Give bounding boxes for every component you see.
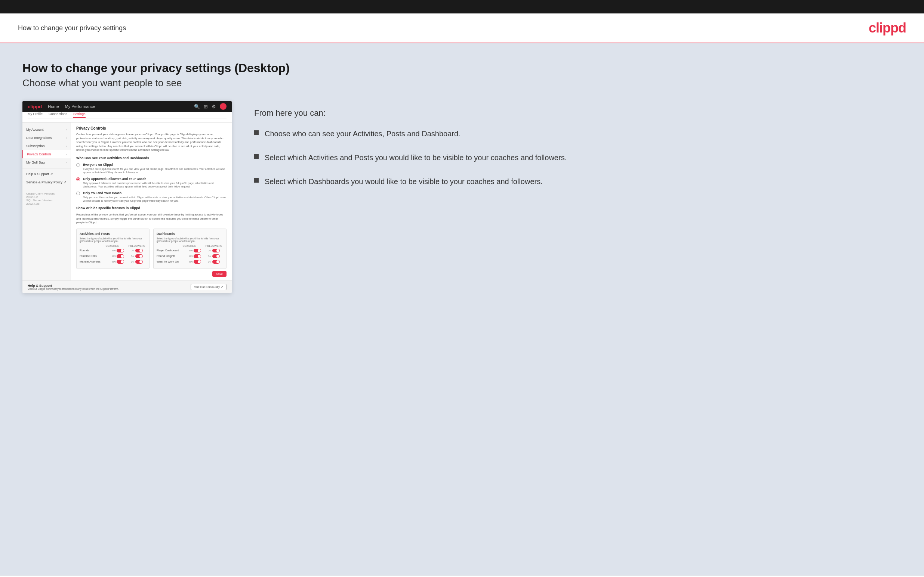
radio-everyone[interactable]: Everyone on Clippd Everyone on Clippd ca… bbox=[76, 163, 226, 174]
header-title: How to change your privacy settings bbox=[18, 24, 126, 32]
followers-col-label: FOLLOWERS bbox=[128, 245, 146, 247]
grid-icon: ⊞ bbox=[204, 104, 208, 110]
toggle-row-rounds: Rounds ON ON bbox=[80, 249, 146, 253]
coaches-col-label: COACHES bbox=[103, 245, 121, 247]
sidebar-footer: Clippd Client Version: 2022.8.2 SQL Serv… bbox=[23, 190, 71, 208]
toggle-row-what-to-work-on: What To Work On ON ON bbox=[157, 260, 223, 264]
what-to-work-coaches-toggle[interactable]: ON bbox=[186, 260, 204, 264]
toggle-row-round-insights: Round Insights ON ON bbox=[157, 254, 223, 258]
tab-settings[interactable]: Settings bbox=[73, 112, 86, 118]
dashboards-section: Dashboards Select the types of activity … bbox=[153, 229, 226, 269]
toggle-row-player-dashboard: Player Dashboard ON ON bbox=[157, 249, 223, 253]
app-nav-home: Home bbox=[48, 104, 59, 109]
sidebar-item-privacy-policy[interactable]: Service & Privacy Policy ↗ bbox=[23, 178, 71, 186]
bullet-square-2 bbox=[254, 154, 258, 159]
bullet-text-3: Select which Dashboards you would like t… bbox=[265, 176, 543, 187]
bullet-item-2: Select which Activities and Posts you wo… bbox=[254, 152, 901, 163]
help-section: Help & Support Visit our Clippd communit… bbox=[23, 280, 232, 293]
player-dashboard-followers-toggle[interactable]: ON bbox=[204, 249, 223, 253]
privacy-controls-desc: Control how you and your data appears to… bbox=[76, 132, 226, 152]
what-to-work-followers-toggle[interactable]: ON bbox=[204, 260, 223, 264]
player-dashboard-coaches-toggle[interactable]: ON bbox=[186, 249, 204, 253]
header: How to change your privacy settings clip… bbox=[0, 13, 924, 44]
tab-my-profile[interactable]: My Profile bbox=[27, 112, 43, 118]
manual-followers-toggle[interactable]: ON bbox=[128, 260, 146, 264]
radio-circle-only-you[interactable] bbox=[76, 192, 80, 195]
dashboards-desc: Select the types of activity that you'd … bbox=[157, 237, 223, 242]
round-insights-followers-toggle[interactable]: ON bbox=[204, 254, 223, 258]
sidebar-item-privacy-controls[interactable]: Privacy Controls › bbox=[23, 150, 71, 158]
radio-circle-everyone[interactable] bbox=[76, 163, 80, 167]
who-can-see-title: Who Can See Your Activities and Dashboar… bbox=[76, 156, 226, 160]
app-body: My Account › Data Integrations › Subscri… bbox=[23, 122, 232, 280]
bullet-item-1: Choose who can see your Activities, Post… bbox=[254, 129, 901, 139]
app-logo-mock: clippd bbox=[27, 104, 42, 110]
radio-only-you[interactable]: Only You and Your Coach Only you and the… bbox=[76, 191, 226, 202]
visit-community-button[interactable]: Visit Our Community ↗ bbox=[191, 284, 226, 290]
sidebar-item-my-account[interactable]: My Account › bbox=[23, 126, 71, 134]
bullet-item-3: Select which Dashboards you would like t… bbox=[254, 176, 901, 187]
right-column: From here you can: Choose who can see yo… bbox=[254, 101, 901, 187]
bullet-text-2: Select which Activities and Posts you wo… bbox=[265, 152, 567, 163]
from-here-label: From here you can: bbox=[254, 108, 901, 118]
app-subnav: My Profile Connections Settings bbox=[27, 112, 226, 118]
manual-coaches-toggle[interactable]: ON bbox=[109, 260, 128, 264]
toggle-row-manual-activities: Manual Activities ON ON bbox=[80, 260, 146, 264]
dashboards-title: Dashboards bbox=[157, 232, 223, 236]
bullet-square-1 bbox=[254, 131, 258, 135]
radio-followers-coach[interactable]: Only Approved Followers and Your Coach O… bbox=[76, 177, 226, 188]
page-heading: How to change your privacy settings (Des… bbox=[23, 61, 901, 75]
content-columns: clippd Home My Performance 🔍 ⊞ ⚙ My Prof… bbox=[23, 101, 901, 293]
toggle-grid: Activities and Posts Select the types of… bbox=[76, 229, 226, 269]
app-nav-performance: My Performance bbox=[65, 104, 95, 109]
save-button[interactable]: Save bbox=[212, 271, 226, 277]
show-hide-desc: Regardless of the privacy controls that … bbox=[76, 213, 226, 225]
app-sidebar: My Account › Data Integrations › Subscri… bbox=[23, 122, 71, 280]
chevron-icon: › bbox=[66, 145, 67, 148]
bullet-text-1: Choose who can see your Activities, Post… bbox=[265, 129, 460, 139]
screenshot-mockup: clippd Home My Performance 🔍 ⊞ ⚙ My Prof… bbox=[23, 101, 232, 293]
rounds-followers-toggle[interactable]: ON bbox=[128, 249, 146, 253]
activities-posts-desc: Select the types of activity that you'd … bbox=[80, 237, 146, 242]
show-hide-title: Show or hide specific features in Clippd bbox=[76, 206, 226, 210]
app-subnav-bar: My Profile Connections Settings bbox=[23, 112, 232, 122]
footer: Copyright Clippd 2022 bbox=[0, 575, 924, 577]
activities-posts-section: Activities and Posts Select the types of… bbox=[76, 229, 150, 269]
settings-icon: ⚙ bbox=[212, 104, 216, 110]
chevron-icon: › bbox=[66, 136, 67, 140]
dashboards-header-row: COACHES FOLLOWERS bbox=[157, 245, 223, 247]
sidebar-item-help-support[interactable]: Help & Support ↗ bbox=[23, 170, 71, 178]
activities-posts-title: Activities and Posts bbox=[80, 232, 146, 236]
toggle-row-practice-drills: Practice Drills ON ON bbox=[80, 254, 146, 258]
chevron-icon: › bbox=[66, 153, 67, 156]
rounds-coaches-toggle[interactable]: ON bbox=[109, 249, 128, 253]
dashboards-coaches-col: COACHES bbox=[180, 245, 199, 247]
app-topbar: clippd Home My Performance 🔍 ⊞ ⚙ bbox=[23, 101, 232, 112]
radio-circle-followers-coach[interactable] bbox=[76, 177, 80, 181]
sidebar-item-data-integrations[interactable]: Data Integrations › bbox=[23, 134, 71, 142]
privacy-controls-title: Privacy Controls bbox=[76, 126, 226, 131]
drills-followers-toggle[interactable]: ON bbox=[128, 254, 146, 258]
avatar bbox=[220, 103, 226, 110]
dashboards-followers-col: FOLLOWERS bbox=[204, 245, 223, 247]
round-insights-coaches-toggle[interactable]: ON bbox=[186, 254, 204, 258]
drills-coaches-toggle[interactable]: ON bbox=[109, 254, 128, 258]
bullet-square-3 bbox=[254, 178, 258, 183]
logo: clippd bbox=[869, 20, 906, 36]
sidebar-item-subscription[interactable]: Subscription › bbox=[23, 142, 71, 150]
chevron-icon: › bbox=[66, 161, 67, 164]
sidebar-divider bbox=[23, 168, 71, 168]
page-subheading: Choose what you want people to see bbox=[23, 77, 901, 89]
bullet-list: Choose who can see your Activities, Post… bbox=[254, 129, 901, 187]
search-icon: 🔍 bbox=[194, 104, 200, 110]
sidebar-divider-2 bbox=[23, 188, 71, 188]
app-main: Privacy Controls Control how you and you… bbox=[71, 122, 232, 280]
main-content: How to change your privacy settings (Des… bbox=[0, 44, 924, 575]
tab-connections[interactable]: Connections bbox=[48, 112, 67, 118]
sidebar-item-my-golf-bag[interactable]: My Golf Bag › bbox=[23, 158, 71, 166]
activities-header-row: COACHES FOLLOWERS bbox=[80, 245, 146, 247]
help-text: Help & Support Visit our Clippd communit… bbox=[27, 284, 119, 290]
chevron-icon: › bbox=[66, 128, 67, 131]
help-desc: Visit our Clippd community to troublesho… bbox=[27, 288, 119, 290]
app-nav-icons: 🔍 ⊞ ⚙ bbox=[194, 103, 226, 110]
